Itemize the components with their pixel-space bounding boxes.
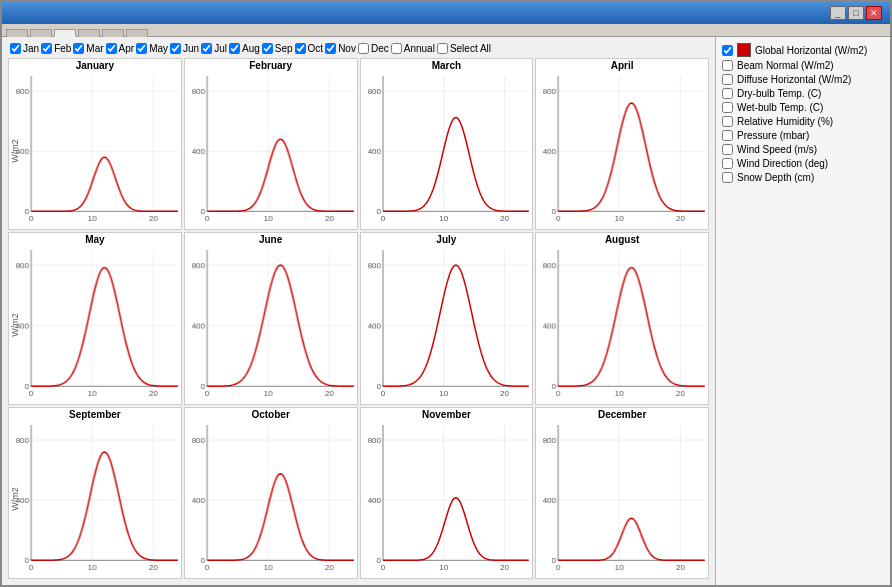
chart-december: December: [535, 407, 709, 579]
legend-checkbox-7[interactable]: [722, 144, 733, 155]
checkbox-dec: Dec: [358, 43, 389, 54]
checkbox-input-jan[interactable]: [10, 43, 21, 54]
checkbox-input-dec[interactable]: [358, 43, 369, 54]
legend-checkbox-4[interactable]: [722, 102, 733, 113]
title-bar: _ □ ✕: [2, 2, 890, 24]
chart-canvas-november: [361, 421, 533, 578]
chart-title-july: July: [361, 233, 533, 246]
checkbox-label-may: May: [149, 43, 168, 54]
maximize-button[interactable]: □: [848, 6, 864, 20]
tab-duration-curve[interactable]: [102, 29, 124, 37]
checkbox-jun: Jun: [170, 43, 199, 54]
legend-checkbox-2[interactable]: [722, 74, 733, 85]
y-axis-label-september: W/m2: [10, 488, 20, 512]
checkbox-input-apr[interactable]: [106, 43, 117, 54]
legend-checkbox-3[interactable]: [722, 88, 733, 99]
checkbox-label-jan: Jan: [23, 43, 39, 54]
legend-checkbox-5[interactable]: [722, 116, 733, 127]
chart-canvas-september: [9, 421, 181, 578]
legend-item-2: Diffuse Horizontal (W/m2): [722, 74, 884, 85]
chart-canvas-february: [185, 72, 357, 229]
checkbox-label-annual: Annual: [404, 43, 435, 54]
y-axis-label-january: W/m2: [10, 139, 20, 163]
checkbox-annual: Annual: [391, 43, 435, 54]
checkbox-label-mar: Mar: [86, 43, 103, 54]
checkbox-label-aug: Aug: [242, 43, 260, 54]
chart-april: April: [535, 58, 709, 230]
tab-bar: [2, 24, 890, 37]
legend-label-7: Wind Speed (m/s): [737, 144, 817, 155]
chart-august: August: [535, 232, 709, 404]
legend-label-1: Beam Normal (W/m2): [737, 60, 834, 71]
chart-september: SeptemberW/m2: [8, 407, 182, 579]
checkbox-jul: Jul: [201, 43, 227, 54]
legend-checkbox-6[interactable]: [722, 130, 733, 141]
chart-canvas-december: [536, 421, 708, 578]
checkbox-input-nov[interactable]: [325, 43, 336, 54]
checkbox-label-nov: Nov: [338, 43, 356, 54]
tab-scatter-plot[interactable]: [126, 29, 148, 37]
checkbox-input-jun[interactable]: [170, 43, 181, 54]
tab-pdf-cdf[interactable]: [78, 29, 100, 37]
checkbox-input-aug[interactable]: [229, 43, 240, 54]
main-window: _ □ ✕ JanFebMarAprMayJunJulAugSepOctNovD…: [0, 0, 892, 587]
tab-heat-map[interactable]: [30, 29, 52, 37]
window-controls: _ □ ✕: [830, 6, 882, 20]
chart-title-march: March: [361, 59, 533, 72]
checkbox-input-select-all[interactable]: [437, 43, 448, 54]
checkbox-feb: Feb: [41, 43, 71, 54]
checkbox-label-sep: Sep: [275, 43, 293, 54]
checkbox-jan: Jan: [10, 43, 39, 54]
close-button[interactable]: ✕: [866, 6, 882, 20]
legend-label-9: Snow Depth (cm): [737, 172, 814, 183]
legend-item-5: Relative Humidity (%): [722, 116, 884, 127]
checkbox-aug: Aug: [229, 43, 260, 54]
minimize-button[interactable]: _: [830, 6, 846, 20]
charts-grid: JanuaryW/m2FebruaryMarchAprilMayW/m2June…: [6, 56, 711, 581]
tab-monthly-profile[interactable]: [54, 29, 76, 37]
chart-title-december: December: [536, 408, 708, 421]
legend-label-8: Wind Direction (deg): [737, 158, 828, 169]
checkbox-input-mar[interactable]: [73, 43, 84, 54]
chart-canvas-may: [9, 246, 181, 403]
chart-january: JanuaryW/m2: [8, 58, 182, 230]
checkbox-nov: Nov: [325, 43, 356, 54]
chart-canvas-january: [9, 72, 181, 229]
legend-label-2: Diffuse Horizontal (W/m2): [737, 74, 851, 85]
chart-november: November: [360, 407, 534, 579]
chart-title-october: October: [185, 408, 357, 421]
legend-item-0: Global Horizontal (W/m2): [722, 43, 884, 57]
checkbox-input-annual[interactable]: [391, 43, 402, 54]
chart-canvas-august: [536, 246, 708, 403]
legend-label-6: Pressure (mbar): [737, 130, 809, 141]
tab-time-series[interactable]: [6, 29, 28, 37]
legend-label-4: Wet-bulb Temp. (C): [737, 102, 823, 113]
legend-label-3: Dry-bulb Temp. (C): [737, 88, 821, 99]
legend-color-swatch-0: [737, 43, 751, 57]
chart-may: MayW/m2: [8, 232, 182, 404]
checkbox-label-apr: Apr: [119, 43, 135, 54]
legend-checkbox-1[interactable]: [722, 60, 733, 71]
chart-june: June: [184, 232, 358, 404]
checkbox-input-jul[interactable]: [201, 43, 212, 54]
chart-title-january: January: [9, 59, 181, 72]
checkbox-label-dec: Dec: [371, 43, 389, 54]
legend-checkbox-0[interactable]: [722, 45, 733, 56]
chart-title-august: August: [536, 233, 708, 246]
legend-label-0: Global Horizontal (W/m2): [755, 45, 867, 56]
legend-item-1: Beam Normal (W/m2): [722, 60, 884, 71]
chart-february: February: [184, 58, 358, 230]
checkbox-oct: Oct: [295, 43, 324, 54]
chart-title-february: February: [185, 59, 357, 72]
checkbox-input-sep[interactable]: [262, 43, 273, 54]
legend-label-5: Relative Humidity (%): [737, 116, 833, 127]
chart-july: July: [360, 232, 534, 404]
chart-canvas-october: [185, 421, 357, 578]
checkbox-input-feb[interactable]: [41, 43, 52, 54]
checkbox-input-may[interactable]: [136, 43, 147, 54]
chart-canvas-april: [536, 72, 708, 229]
checkbox-label-select-all: Select All: [450, 43, 491, 54]
legend-checkbox-9[interactable]: [722, 172, 733, 183]
checkbox-input-oct[interactable]: [295, 43, 306, 54]
legend-checkbox-8[interactable]: [722, 158, 733, 169]
